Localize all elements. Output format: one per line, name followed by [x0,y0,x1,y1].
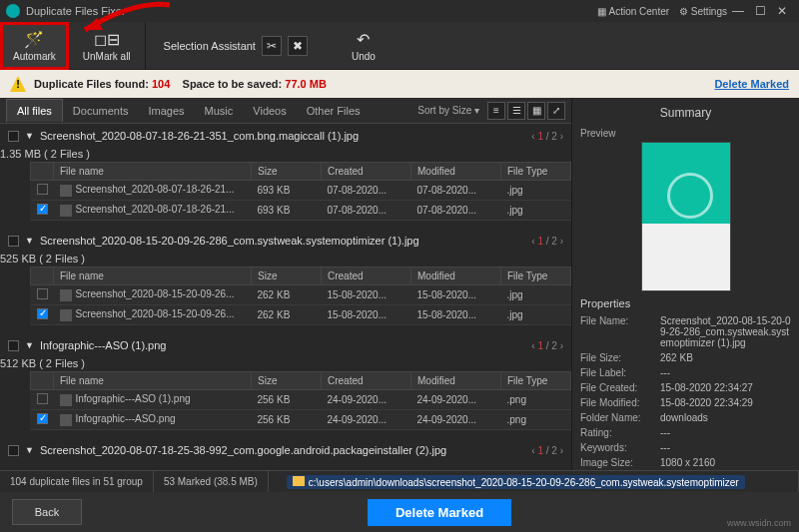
file-icon [60,205,72,217]
preview-image [641,142,731,291]
property-value: --- [660,367,791,378]
view-grid-button[interactable]: ▦ [527,102,545,120]
group-name: Screenshot_2020-08-07-18-25-38-992_com.g… [40,444,525,456]
property-key: Keywords: [580,442,656,453]
status-marked-count: 53 Marked (38.5 MB) [154,471,269,492]
delete-marked-button[interactable]: Delete Marked [368,499,511,526]
chevron-down-icon: ▼ [25,131,34,141]
tab-documents[interactable]: Documents [63,100,139,122]
automark-button[interactable]: 🪄 Automark [0,22,69,70]
group-checkbox[interactable] [8,445,19,456]
property-key: File Created: [580,382,656,393]
group-name: Screenshot_2020-08-07-18-26-21-351_com.b… [40,130,525,142]
property-value: 1080 x 2160 [660,457,791,468]
property-key: File Modified: [580,397,656,408]
view-detail-button[interactable]: ☰ [507,102,525,120]
group-checkbox[interactable] [8,236,19,247]
group-checkbox[interactable] [8,340,19,351]
property-value: Screenshot_2020-08-15-20-09-26-286_com.s… [660,315,791,348]
properties-list: File Name:Screenshot_2020-08-15-20-09-26… [580,313,791,470]
property-row: Keywords:--- [580,440,791,455]
property-key: Folder Name: [580,412,656,423]
stats-bar: ! Duplicate Files found: 104 Space to be… [0,70,799,98]
folder-icon [293,476,305,486]
group-subtitle: 512 KB ( 2 Files ) [0,357,571,369]
group-header[interactable]: ▼ Screenshot_2020-08-07-18-25-38-992_com… [0,438,571,462]
group-checkbox[interactable] [8,131,19,142]
undo-icon: ↶ [357,30,370,49]
settings-button[interactable]: ⚙ Settings [679,6,727,17]
selected-file-path[interactable]: c:\users\admin\downloads\screenshot_2020… [287,475,745,489]
minimize-button[interactable]: — [727,4,749,18]
group-pager[interactable]: ‹ 1 / 2 › [531,131,563,142]
row-checkbox[interactable] [37,184,48,195]
summary-panel: Summary Preview Properties File Name:Scr… [571,98,799,470]
property-row: File Modified:15-08-2020 22:34:29 [580,395,791,410]
space-label: Space to be saved: [183,78,283,90]
group-pager[interactable]: ‹ 1 / 2 › [531,340,563,351]
file-icon [60,414,72,426]
table-row[interactable]: Screenshot_2020-08-07-18-26-21... 693 KB… [31,201,571,221]
found-value: 104 [152,78,170,90]
tab-music[interactable]: Music [195,100,244,122]
duplicate-files-table: File nameSizeCreatedModifiedFile Type In… [30,371,571,430]
property-row: Image Size:1080 x 2160 [580,455,791,470]
file-icon [60,185,72,197]
properties-label: Properties [580,297,791,309]
preview-label: Preview [580,128,791,139]
file-icon [60,289,72,301]
duplicate-files-table: File nameSizeCreatedModifiedFile Type Sc… [30,162,571,221]
found-label: Duplicate Files found: [34,78,149,90]
group-pager[interactable]: ‹ 1 / 2 › [531,445,563,456]
status-path-cell: c:\users\admin\downloads\screenshot_2020… [269,471,799,492]
maximize-button[interactable]: ☐ [749,4,771,18]
selection-tool-1-button[interactable]: ✂ [262,36,282,56]
row-checkbox[interactable] [37,288,48,299]
tab-videos[interactable]: Videos [243,100,296,122]
delete-marked-link[interactable]: Delete Marked [714,78,789,90]
row-checkbox[interactable] [37,204,48,215]
watermark: www.wsidn.com [727,518,791,528]
wand-icon: 🪄 [24,30,44,49]
property-value: 262 KB [660,352,791,363]
property-value: --- [660,427,791,438]
duplicate-groups-list: ▼ Screenshot_2020-08-07-18-26-21-351_com… [0,124,571,470]
table-row[interactable]: Infographic---ASO.png 256 KB24-09-2020..… [31,410,571,430]
tab-other[interactable]: Other Files [297,100,371,122]
view-list-button[interactable]: ≡ [487,102,505,120]
row-checkbox[interactable] [37,308,48,319]
table-row[interactable]: Screenshot_2020-08-15-20-09-26... 262 KB… [31,305,571,325]
app-logo-icon [6,4,20,18]
close-button[interactable]: ✕ [771,4,793,18]
tab-images[interactable]: Images [138,100,194,122]
group-subtitle: 1.35 MB ( 2 Files ) [0,148,571,160]
row-checkbox[interactable] [37,413,48,424]
table-row[interactable]: Screenshot_2020-08-07-18-26-21... 693 KB… [31,181,571,201]
row-checkbox[interactable] [37,393,48,404]
view-expand-button[interactable]: ⤢ [547,102,565,120]
group-pager[interactable]: ‹ 1 / 2 › [531,236,563,247]
group-name: Screenshot_2020-08-15-20-09-26-286_com.s… [40,235,525,247]
status-dup-count: 104 duplicate files in 51 group [0,471,154,492]
back-button[interactable]: Back [12,499,82,525]
group-header[interactable]: ▼ Screenshot_2020-08-07-18-26-21-351_com… [0,124,571,148]
space-value: 77.0 MB [285,78,327,90]
selection-assistant-group: Selection Assistant ✂ ✖ [164,36,308,56]
table-row[interactable]: Screenshot_2020-08-15-20-09-26... 262 KB… [31,285,571,305]
table-row[interactable]: Infographic---ASO (1).png 256 KB24-09-20… [31,390,571,410]
tab-all-files[interactable]: All files [6,99,63,122]
status-bar: 104 duplicate files in 51 group 53 Marke… [0,470,799,492]
file-icon [60,394,72,406]
undo-button[interactable]: ↶ Undo [338,22,390,70]
group-header[interactable]: ▼ Screenshot_2020-08-15-20-09-26-286_com… [0,229,571,253]
bottom-bar: Back Delete Marked [0,492,799,532]
property-row: Folder Name:downloads [580,410,791,425]
group-header[interactable]: ▼ Infographic---ASO (1).png ‹ 1 / 2 › [0,333,571,357]
action-center-button[interactable]: ▦ Action Center [597,6,669,17]
property-row: File Name:Screenshot_2020-08-15-20-09-26… [580,313,791,350]
sort-dropdown[interactable]: Sort by Size ▾ [417,105,479,116]
warning-icon: ! [10,76,26,92]
property-value: downloads [660,412,791,423]
selection-assistant-label: Selection Assistant [164,40,256,52]
selection-tool-2-button[interactable]: ✖ [288,36,308,56]
